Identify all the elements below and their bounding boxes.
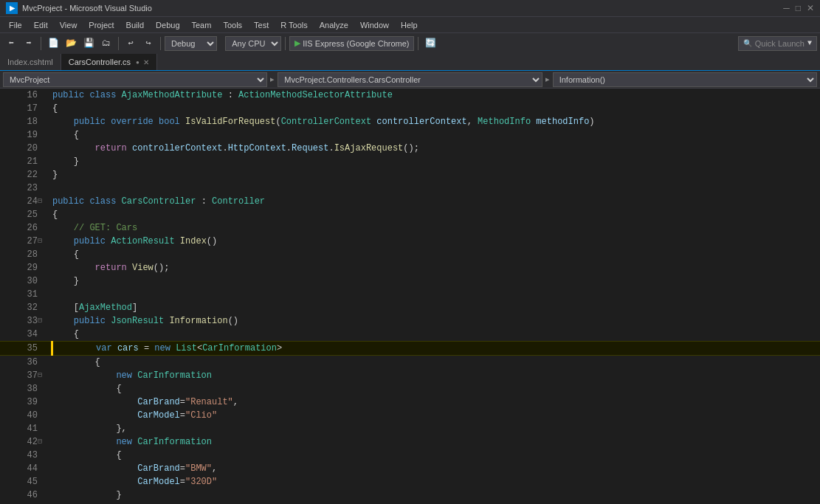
menu-test[interactable]: Test: [248, 17, 275, 32]
menu-tools[interactable]: Tools: [217, 17, 248, 32]
menu-build[interactable]: Build: [120, 17, 150, 32]
code-24: public class CarsController : Controller: [52, 195, 820, 208]
code-23: [52, 182, 820, 195]
code-17: {: [52, 102, 820, 115]
menu-edit[interactable]: Edit: [28, 17, 54, 32]
menu-team[interactable]: Team: [186, 17, 218, 32]
menu-project[interactable]: Project: [83, 17, 120, 32]
code-26: // GET: Cars: [52, 221, 820, 235]
refresh-btn[interactable]: 🔄: [422, 35, 438, 52]
code-43: {: [52, 449, 820, 462]
platform-dropdown[interactable]: Any CPU: [225, 36, 281, 51]
line-num-34: 34: [0, 328, 38, 342]
namespace-dropdown[interactable]: MvcProject.Controllers.CarsController: [278, 72, 542, 87]
code-28: {: [52, 248, 820, 261]
method-dropdown[interactable]: Information(): [553, 72, 817, 87]
tab-cars-controller[interactable]: CarsController.cs ● ✕: [61, 54, 157, 70]
line-num-20: 20: [0, 142, 38, 155]
maximize-btn[interactable]: □: [796, 3, 801, 13]
line-num-30: 30: [0, 275, 38, 288]
code-31: [52, 288, 820, 301]
toolbar: ⬅ ➡ 📄 📂 💾 🗂 ↩ ↪ Debug Release Any CPU ▶ …: [0, 32, 820, 53]
gutter-25: [38, 208, 52, 221]
save-btn[interactable]: 💾: [80, 35, 97, 52]
tab-label-cars: CarsController.cs: [69, 58, 131, 66]
gutter-33[interactable]: ⊟: [38, 314, 52, 328]
line-num-27: 27: [0, 235, 38, 248]
gutter-26: [38, 221, 52, 235]
gutter-37[interactable]: ⊟: [38, 369, 52, 382]
debug-config-dropdown[interactable]: Debug Release: [165, 36, 217, 51]
code-line-35: 35 var cars = new List<CarInformation>: [0, 342, 820, 356]
code-32: [AjaxMethod]: [52, 301, 820, 314]
gutter-17: [38, 102, 52, 115]
run-target-label: IIS Express (Google Chrome): [303, 39, 409, 48]
back-btn[interactable]: ⬅: [3, 35, 19, 52]
code-line-44: 44 CarBrand="BMW",: [0, 462, 820, 475]
code-line-43: 43 {: [0, 449, 820, 462]
menu-debug[interactable]: Debug: [150, 17, 185, 32]
menu-rtools[interactable]: R Tools: [275, 17, 313, 32]
gutter-42[interactable]: ⊟: [38, 435, 52, 449]
tab-close-btn[interactable]: ✕: [143, 58, 149, 66]
line-num-17: 17: [0, 102, 38, 115]
code-line-21: 21 }: [0, 155, 820, 168]
code-line-18: 18 public override bool IsValidForReques…: [0, 115, 820, 128]
code-line-39: 39 CarBrand="Renault",: [0, 396, 820, 409]
code-46: }: [52, 489, 820, 502]
menu-view[interactable]: View: [54, 17, 83, 32]
gutter-31: [38, 288, 52, 301]
code-line-22: 22}: [0, 168, 820, 182]
forward-btn[interactable]: ➡: [21, 35, 37, 52]
gutter-45: [38, 475, 52, 489]
code-21: }: [52, 155, 820, 168]
line-num-36: 36: [0, 356, 38, 370]
gutter-27[interactable]: ⊟: [38, 235, 52, 248]
menu-analyze[interactable]: Analyze: [314, 17, 354, 32]
menu-file[interactable]: File: [3, 17, 28, 32]
code-45: CarModel="320D": [52, 475, 820, 489]
line-num-41: 41: [0, 422, 38, 435]
gutter-40: [38, 409, 52, 422]
code-table: 16public class AjaxMethodAttribute : Act…: [0, 89, 820, 504]
gutter-46: [38, 489, 52, 502]
tab-index-cshtml[interactable]: Index.cshtml: [0, 54, 61, 70]
vs-icon: ▶: [6, 2, 18, 14]
code-line-46: 46 }: [0, 489, 820, 502]
line-num-22: 22: [0, 168, 38, 182]
gutter-16: [38, 89, 52, 102]
menu-window[interactable]: Window: [354, 17, 395, 32]
code-19: {: [52, 128, 820, 142]
code-18: public override bool IsValidForRequest(C…: [52, 115, 820, 128]
line-num-21: 21: [0, 155, 38, 168]
code-35: var cars = new List<CarInformation>: [52, 342, 820, 356]
line-num-29: 29: [0, 261, 38, 275]
menu-help[interactable]: Help: [395, 17, 424, 32]
project-dropdown[interactable]: MvcProject: [3, 72, 267, 87]
nav-arrow-2: ▸: [542, 75, 553, 84]
save-all-btn[interactable]: 🗂: [98, 35, 114, 52]
line-num-25: 25: [0, 208, 38, 221]
quick-launch-label: Quick Launch: [755, 39, 805, 48]
code-line-28: 28 {: [0, 248, 820, 261]
gutter-19: [38, 128, 52, 142]
minimize-btn[interactable]: ─: [783, 3, 790, 13]
redo-btn[interactable]: ↪: [140, 35, 156, 52]
close-btn[interactable]: ✕: [807, 3, 814, 13]
new-project-btn[interactable]: 📄: [45, 35, 61, 52]
code-line-29: 29 return View();: [0, 261, 820, 275]
code-37: new CarInformation: [52, 369, 820, 382]
code-33: public JsonResult Information(): [52, 314, 820, 328]
gutter-24[interactable]: ⊟: [38, 195, 52, 208]
open-btn[interactable]: 📂: [63, 35, 79, 52]
code-line-34: 34 {: [0, 328, 820, 342]
code-line-25: 25{: [0, 208, 820, 221]
code-38: {: [52, 382, 820, 396]
run-button[interactable]: ▶ IIS Express (Google Chrome): [289, 36, 414, 51]
code-16: public class AjaxMethodAttribute : Actio…: [52, 89, 820, 102]
code-25: {: [52, 208, 820, 221]
title-bar: ▶ MvcProject - Microsoft Visual Studio ─…: [0, 0, 820, 16]
undo-btn[interactable]: ↩: [123, 35, 139, 52]
code-line-19: 19 {: [0, 128, 820, 142]
gutter-20: [38, 142, 52, 155]
